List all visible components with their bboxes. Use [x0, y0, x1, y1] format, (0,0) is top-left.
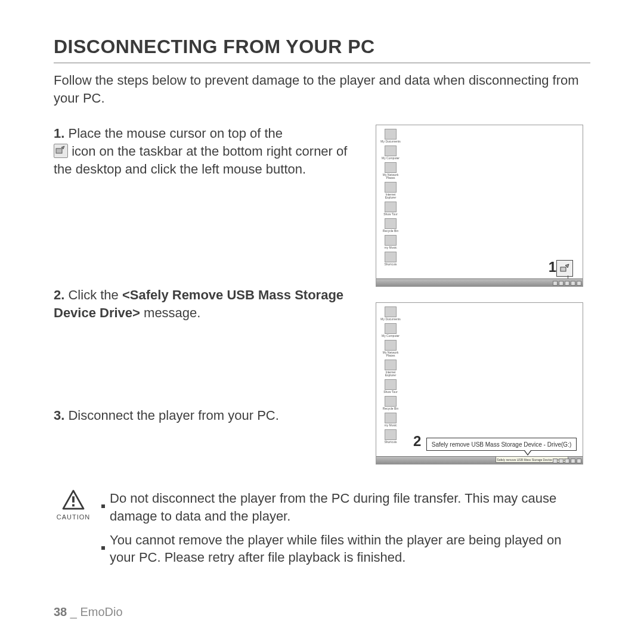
- system-tray-2: [553, 458, 581, 463]
- taskbar-tray-icon: [54, 144, 68, 158]
- footer-section: EmoDio: [80, 605, 123, 618]
- step-1: 1. Place the mouse cursor on top of the …: [54, 125, 358, 178]
- intro-text: Follow the steps below to prevent damage…: [54, 72, 590, 107]
- taskbar-2: Safely remove USB Mass Storage Device - …: [376, 456, 583, 464]
- callout-number-2: 2: [413, 433, 421, 450]
- desktop-icon: My Computer: [380, 323, 401, 338]
- step-3-text: Disconnect the player from your PC.: [68, 408, 278, 423]
- bullet-icon: [101, 490, 110, 525]
- desktop-icon: Shortcuts: [380, 252, 401, 266]
- caution-item: Do not disconnect the player from the PC…: [101, 490, 590, 525]
- safely-remove-bubble: Safely remove USB Mass Storage Device - …: [426, 438, 577, 451]
- caution-icon-column: CAUTION: [54, 490, 93, 572]
- step-1-text-b: icon on the taskbar at the bottom right …: [54, 144, 347, 177]
- caution-block: CAUTION Do not disconnect the player fro…: [54, 490, 590, 572]
- desktop-icon: Internet Explorer: [380, 360, 401, 377]
- content-row: 1. Place the mouse cursor on top of the …: [54, 125, 590, 480]
- taskbar-1: [376, 278, 583, 286]
- svg-rect-0: [56, 148, 62, 153]
- page-footer: 38 _ EmoDio: [54, 605, 123, 619]
- caution-text-2: You cannot remove the player while files…: [110, 531, 590, 566]
- desktop-icon: My Documents: [380, 129, 401, 143]
- svg-rect-3: [72, 504, 75, 507]
- step-3-number: 3.: [54, 408, 64, 423]
- desktop-icons: My DocumentsMy ComputerMy Network Places…: [380, 129, 408, 268]
- caution-item: You cannot remove the player while files…: [101, 531, 590, 566]
- screenshot-1: My DocumentsMy ComputerMy Network Places…: [376, 125, 583, 287]
- desktop-icon: My Computer: [380, 145, 401, 160]
- step-1-number: 1.: [54, 126, 64, 141]
- step-2: 2. Click the <Safely Remove USB Mass Sto…: [54, 286, 358, 321]
- caution-list: Do not disconnect the player from the PC…: [101, 490, 590, 572]
- svg-rect-1: [561, 267, 566, 271]
- desktop-icon: My Documents: [380, 306, 401, 321]
- steps-column: 1. Place the mouse cursor on top of the …: [54, 125, 358, 480]
- caution-triangle-icon: [62, 490, 85, 510]
- desktop-icons-2: My DocumentsMy ComputerMy Network Places…: [380, 306, 408, 446]
- screenshot-2: My DocumentsMy ComputerMy Network Places…: [376, 302, 583, 465]
- footer-sep: _: [67, 605, 80, 618]
- desktop-icon: Recycle Bin: [380, 218, 401, 233]
- caution-text-1: Do not disconnect the player from the PC…: [110, 490, 590, 525]
- desktop-icon: Show Tour: [380, 379, 401, 394]
- step-1-text-a: Place the mouse cursor on top of the: [68, 126, 283, 141]
- page-title: DISCONNECTING FROM YOUR PC: [54, 36, 590, 58]
- screenshots-column: My DocumentsMy ComputerMy Network Places…: [376, 125, 584, 480]
- desktop-icon: my Music: [380, 235, 401, 249]
- svg-rect-2: [72, 497, 75, 503]
- callout-number-1: 1: [549, 259, 556, 275]
- step-2-number: 2.: [54, 287, 64, 302]
- bullet-icon: [101, 531, 110, 566]
- desktop-icon: my Music: [380, 413, 401, 427]
- desktop-icon: My Network Places: [380, 340, 401, 357]
- page-number: 38: [54, 605, 67, 618]
- step-2-text-a: Click the: [68, 287, 122, 302]
- desktop-icon: Show Tour: [380, 202, 401, 216]
- caution-label: CAUTION: [54, 513, 93, 521]
- manual-page: DISCONNECTING FROM YOUR PC Follow the st…: [0, 0, 644, 644]
- desktop-icon: Internet Explorer: [380, 182, 401, 199]
- system-tray-1: [553, 280, 581, 286]
- desktop-icon: My Network Places: [380, 162, 401, 179]
- desktop-icon: Recycle Bin: [380, 396, 401, 410]
- bubble-tail: [524, 451, 531, 456]
- title-rule: [54, 63, 590, 63]
- callout-tray-icon: [556, 260, 573, 277]
- step-2-text-b: message.: [140, 305, 201, 320]
- step-3: 3. Disconnect the player from your PC.: [54, 407, 358, 425]
- desktop-icon: Shortcuts: [380, 429, 401, 444]
